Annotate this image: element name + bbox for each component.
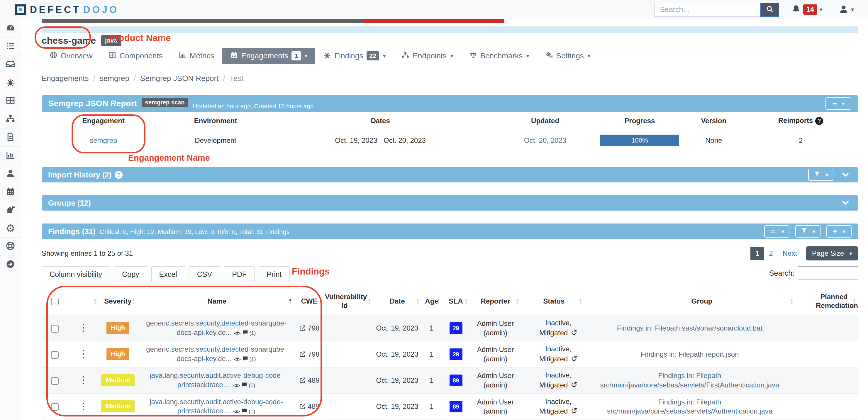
help-icon[interactable]: ?	[815, 117, 823, 125]
group-link[interactable]: Findings in: Filepath src/main/java/core…	[584, 393, 795, 419]
sidebar-item-dashboard[interactable]	[0, 19, 21, 37]
select-all-checkbox[interactable]	[51, 298, 59, 305]
sort-icon[interactable]: ▲▼	[464, 298, 468, 305]
cwe-link[interactable]: 489	[308, 402, 319, 410]
tab-findings[interactable]: Findings 22 ▾	[315, 48, 394, 64]
kebab-menu-icon[interactable]: ⋮	[79, 349, 88, 359]
planned-remediation-header[interactable]: Planned Remediation▲▼	[795, 288, 858, 315]
groups-section-header[interactable]: Groups (12)	[42, 195, 858, 211]
copy-button[interactable]: Copy	[114, 266, 147, 282]
findings-add-button[interactable]: + ▾	[826, 225, 851, 238]
severity-header[interactable]: Severity▲▼	[99, 288, 137, 315]
history-icon[interactable]: ↺	[571, 328, 578, 337]
history-icon[interactable]: ↺	[571, 354, 578, 363]
scan-type-badge[interactable]: semgrep scan	[142, 98, 188, 107]
sidebar-item-settings[interactable]: ⚙	[0, 219, 21, 238]
group-link[interactable]: Findings in: Filepath src/main/java/core…	[584, 367, 795, 393]
notifications-menu[interactable]: 14 ▾	[792, 4, 822, 15]
sidebar-item-support[interactable]	[0, 238, 21, 256]
sidebar-item-components[interactable]	[0, 92, 21, 110]
cwe-link[interactable]: 798	[308, 324, 319, 332]
report-menu-button[interactable]: ≡ ▾	[826, 97, 851, 110]
page-1-button[interactable]: 1	[750, 247, 764, 260]
sort-icon[interactable]: ▲▼	[93, 298, 97, 305]
finding-name-link[interactable]: generic.secrets.security.detected-sonarq…	[146, 319, 286, 336]
comment-icon[interactable]	[242, 355, 248, 364]
sort-icon[interactable]: ▲▼	[790, 298, 794, 305]
finding-name-link[interactable]: java.lang.security.audit.active-debug-co…	[150, 371, 283, 388]
select-finding-checkbox[interactable]	[51, 377, 59, 385]
pdf-button[interactable]: PDF	[224, 266, 254, 282]
group-link[interactable]: Findings in: Filepath sast/sonar/sonarcl…	[584, 315, 795, 341]
name-header[interactable]: Name▲▼	[137, 288, 294, 315]
sort-icon[interactable]: ▲▼	[319, 298, 323, 305]
date-header[interactable]: Date▲▼	[373, 288, 422, 315]
excel-button[interactable]: Excel	[151, 266, 185, 282]
import-history-filter-button[interactable]: ▾	[808, 169, 833, 181]
comment-icon[interactable]	[241, 381, 248, 390]
sidebar-item-bug[interactable]	[0, 74, 21, 92]
sort-icon[interactable]: ▲▼	[852, 298, 856, 305]
comment-icon[interactable]	[242, 329, 248, 337]
sidebar-item-users[interactable]	[0, 165, 21, 183]
kebab-menu-icon[interactable]: ⋮	[79, 374, 88, 385]
select-finding-checkbox[interactable]	[51, 325, 59, 333]
sort-icon[interactable]: ▲▼	[436, 298, 440, 305]
tab-endpoints[interactable]: Endpoints ▾	[394, 48, 461, 64]
tab-components[interactable]: Components	[100, 48, 170, 64]
group-header[interactable]: Group▲▼	[584, 288, 795, 315]
kebab-menu-icon[interactable]: ⋮	[79, 322, 88, 333]
updated-value[interactable]: Oct. 20, 2023	[524, 137, 566, 144]
sidebar-item-metrics[interactable]	[0, 147, 21, 165]
finding-name-link[interactable]: java.lang.security.audit.active-debug-co…	[150, 398, 283, 415]
sidebar-item-logout[interactable]	[0, 256, 21, 274]
sort-icon[interactable]: ▲▼	[416, 298, 420, 305]
breadcrumb-semgrep-json-report[interactable]: Semgrep JSON Report	[140, 73, 229, 83]
import-history-collapse-toggle[interactable]	[839, 170, 851, 180]
import-history-section-header[interactable]: Import History (2) ? ▾	[42, 167, 858, 182]
age-header[interactable]: Age▲▼	[422, 288, 442, 315]
findings-download-button[interactable]: ▾	[764, 225, 789, 238]
tab-engagements[interactable]: Engagements 1 ▾	[222, 48, 315, 64]
global-search-button[interactable]	[761, 3, 779, 17]
sort-icon[interactable]: ▲▼	[579, 298, 582, 305]
comment-icon[interactable]	[241, 407, 248, 416]
breadcrumb-engagement-semgrep[interactable]: semgrep	[100, 73, 140, 83]
kebab-menu-icon[interactable]: ⋮	[79, 401, 88, 412]
sort-icon[interactable]: ▲▼	[131, 298, 135, 305]
cwe-header[interactable]: CWE▲▼	[294, 288, 324, 315]
breadcrumb-engagements[interactable]: Engagements	[42, 73, 100, 83]
history-icon[interactable]: ↺	[571, 407, 578, 415]
engagement-link[interactable]: semgrep	[90, 137, 117, 144]
csv-button[interactable]: CSV	[189, 266, 220, 282]
cwe-link[interactable]: 798	[308, 350, 319, 358]
page-2-button[interactable]: 2	[764, 247, 778, 260]
sidebar-item-reports[interactable]	[0, 128, 21, 147]
status-header[interactable]: Status▲▼	[521, 288, 584, 315]
findings-search-input[interactable]	[798, 266, 858, 280]
global-search-input[interactable]	[654, 3, 761, 17]
sidebar-item-findings-list[interactable]	[0, 37, 21, 56]
sidebar-item-inbox[interactable]	[0, 56, 21, 74]
reporter-header[interactable]: Reporter▲▼	[470, 288, 521, 315]
sort-icon[interactable]: ▲▼	[516, 298, 519, 305]
print-button[interactable]: Print	[259, 266, 289, 282]
tab-overview[interactable]: Overview	[42, 48, 100, 64]
sidebar-item-endpoints[interactable]	[0, 110, 21, 128]
sort-icon-active[interactable]: ▲▼	[288, 298, 292, 305]
sidebar-item-calendar[interactable]	[0, 183, 21, 201]
select-finding-checkbox[interactable]	[51, 403, 59, 411]
user-menu[interactable]: ▾	[839, 4, 854, 15]
groups-collapse-toggle[interactable]	[839, 198, 851, 208]
cwe-link[interactable]: 489	[308, 376, 319, 384]
help-icon[interactable]: ?	[115, 171, 123, 179]
tab-settings[interactable]: Settings ▾	[537, 48, 598, 64]
finding-name-link[interactable]: generic.secrets.security.detected-sonarq…	[146, 345, 286, 362]
history-icon[interactable]: ↺	[571, 381, 578, 389]
sidebar-item-home[interactable]	[0, 201, 21, 219]
defectdojo-logo[interactable]: DEFECTDOJO	[15, 4, 119, 15]
vulnerability-id-header[interactable]: Vulnerability Id▲▼	[324, 288, 373, 315]
sort-icon[interactable]: ▲▼	[367, 298, 371, 305]
tab-metrics[interactable]: Metrics	[170, 48, 222, 64]
next-page-button[interactable]: Next	[778, 247, 802, 260]
